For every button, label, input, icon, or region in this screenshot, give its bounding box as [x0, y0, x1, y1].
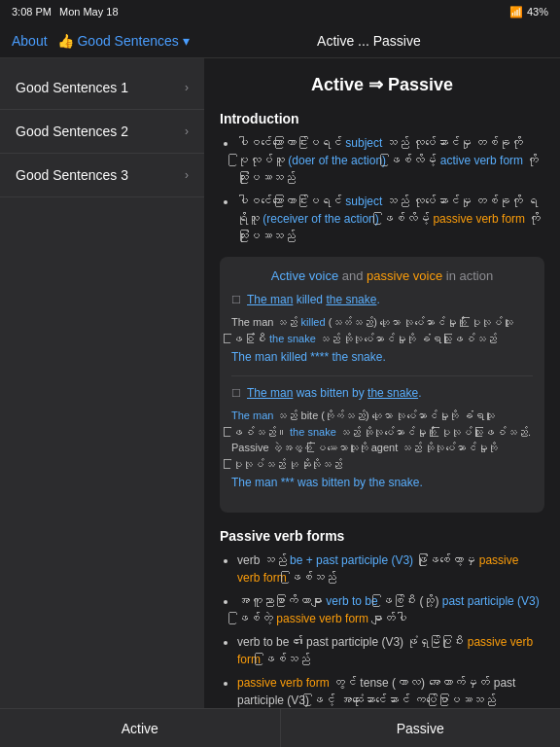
- intro-bullets: ပါဝင်သောကြောင်းပြရင် subject သည် လုပ်ဆော…: [220, 134, 544, 245]
- example-desc-1: The man သည် killed (သတ်သည်) ဟုသော လုပ်ဆေ…: [231, 314, 533, 346]
- intro-bullet-1: ပါဝင်သောကြောင်းပြရင် subject သည် လုပ်ဆော…: [237, 134, 544, 187]
- main-layout: Good Sentences 1 › Good Sentences 2 › Go…: [0, 58, 560, 708]
- passive-section-heading: Passive verb forms: [220, 528, 544, 544]
- example-desc-2: The man သည် bite (ကိုက်သည်) ဟုသော လုပ်ဆေ…: [231, 408, 533, 472]
- tab-passive[interactable]: Passive: [281, 709, 561, 747]
- example-sentence-1: The man killed the snake.: [247, 293, 380, 306]
- about-link[interactable]: About: [12, 33, 48, 49]
- nav-chevron-icon: ▾: [183, 33, 190, 49]
- sidebar-item-gs3[interactable]: Good Sentences 3 ›: [0, 154, 204, 197]
- nav-title: Active ... Passive: [190, 33, 548, 49]
- passive-bullet-4: passive verb form တွင် tense (ကာလ) အတောက…: [237, 674, 544, 708]
- status-time: 3:08 PM: [12, 6, 52, 18]
- checkbox-row-1: ☐ The man killed the snake.: [231, 293, 533, 310]
- sidebar-item-gs1[interactable]: Good Sentences 1 ›: [0, 66, 204, 110]
- example-block-1: ☐ The man killed the snake. The man သည် …: [231, 293, 533, 364]
- example-sentence-2: The man was bitten by the snake.: [247, 386, 421, 400]
- divider-1: [231, 375, 533, 376]
- passive-bullet-2: အကူညာစာကြိယာများ verb to be ဖြစ်ပြီး (သိ…: [237, 592, 544, 627]
- content-area: Active ⇒ Passive Introduction ပါဝင်သောကြ…: [204, 58, 560, 708]
- good-sentences-nav[interactable]: 👍 Good Sentences ▾: [57, 33, 190, 49]
- tab-passive-label: Passive: [397, 721, 444, 736]
- checkbox-2[interactable]: ☐: [231, 387, 241, 400]
- content-title: Active ⇒ Passive: [220, 74, 544, 95]
- active-passive-info-box: Active voice and passive voice in action…: [220, 257, 544, 513]
- tab-active-label: Active: [122, 721, 158, 736]
- status-date: Mon May 18: [59, 6, 119, 18]
- sidebar: Good Sentences 1 › Good Sentences 2 › Go…: [0, 58, 204, 708]
- passive-bullets: verb သည် be + past participle (V3) ဖုံဖြ…: [220, 551, 544, 708]
- passive-bullet-1: verb သည် be + past participle (V3) ဖုံဖြ…: [237, 551, 544, 587]
- nav-good-sentences-label: 👍 Good Sentences: [57, 33, 179, 49]
- battery-level: 43%: [527, 6, 548, 18]
- sidebar-item-gs2[interactable]: Good Sentences 2 ›: [0, 110, 204, 154]
- status-bar-right: 📶 43%: [509, 6, 548, 18]
- wifi-icon: 📶: [509, 6, 523, 18]
- example-result-2: The man *** was bitten by the snake.: [231, 476, 533, 489]
- checkbox-row-2: ☐ The man was bitten by the snake.: [231, 386, 533, 404]
- intro-heading: Introduction: [220, 111, 544, 126]
- passive-bullet-3: verb to be ၏ past participle (V3) ဖုံရှမ…: [237, 633, 544, 668]
- status-bar-left: 3:08 PM Mon May 18: [12, 6, 119, 18]
- chevron-right-icon-gs2: ›: [185, 124, 189, 138]
- chevron-right-icon-gs3: ›: [185, 168, 189, 182]
- intro-bullet-2: ပါဝင်သောကြောင်းပြရင် subject သည် လုပ်ဆော…: [237, 193, 544, 245]
- checkbox-1[interactable]: ☐: [231, 294, 241, 306]
- sidebar-item-label-gs3: Good Sentences 3: [16, 167, 128, 183]
- sidebar-item-label-gs1: Good Sentences 1: [16, 80, 128, 95]
- example-block-2: ☐ The man was bitten by the snake. The m…: [231, 386, 533, 489]
- sidebar-item-label-gs2: Good Sentences 2: [16, 124, 128, 139]
- example-result-1: The man killed **** the snake.: [231, 350, 533, 364]
- chevron-right-icon-gs1: ›: [185, 81, 189, 94]
- tab-active[interactable]: Active: [0, 709, 281, 747]
- tab-bar: Active Passive: [0, 708, 560, 747]
- info-box-title: Active voice and passive voice in action: [231, 268, 533, 283]
- status-bar: 3:08 PM Mon May 18 📶 43%: [0, 0, 560, 23]
- top-nav: About 👍 Good Sentences ▾ Active ... Pass…: [0, 23, 560, 58]
